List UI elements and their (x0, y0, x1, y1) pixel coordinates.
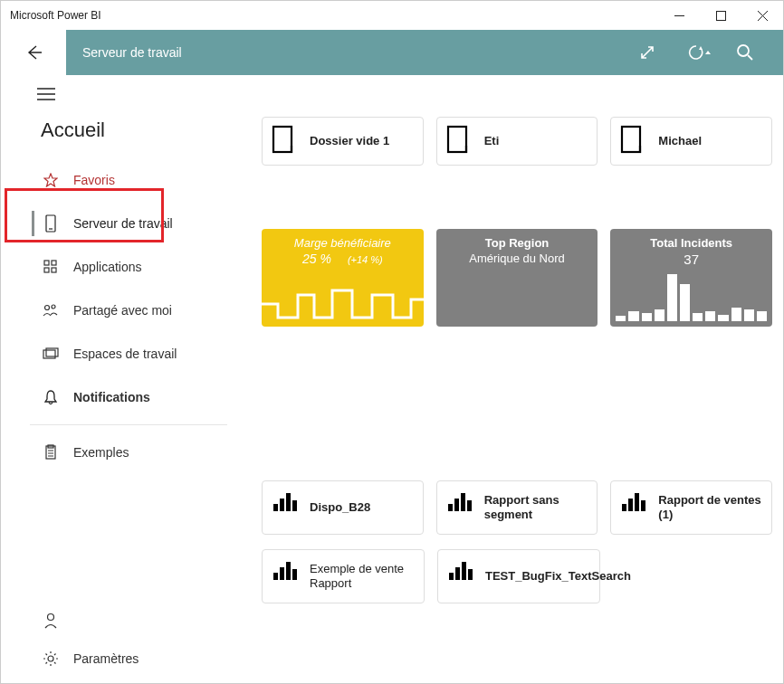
command-bar: Serveur de travail (1, 30, 783, 75)
sidebar-item-label: Applications (73, 260, 142, 274)
svg-rect-32 (292, 500, 297, 511)
kpi-tile-marge[interactable]: Marge bénéficiaire 25 %(+14 %) (262, 229, 424, 327)
kpi-value: Amérique du Nord (442, 252, 593, 265)
sparkline-icon (262, 272, 424, 327)
svg-point-15 (45, 306, 50, 310)
sidebar-item-label: Notifications (73, 390, 150, 404)
sidebar-item-label: Paramètres (73, 651, 139, 666)
folder-icon (446, 125, 475, 157)
svg-rect-13 (44, 268, 49, 272)
folder-tile[interactable]: Michael (610, 117, 772, 166)
kpi-tile-incidents[interactable]: Total Incidents 37 (610, 229, 772, 327)
svg-rect-33 (448, 504, 453, 511)
svg-rect-27 (448, 127, 466, 152)
tile-label: Exemple de vente Rapport (310, 562, 415, 592)
svg-point-16 (52, 305, 55, 309)
svg-rect-44 (292, 569, 297, 580)
sidebar-section-title: Accueil (1, 111, 256, 158)
breadcrumb-label: Serveur de travail (82, 45, 182, 60)
workspaces-icon (41, 347, 61, 360)
svg-rect-14 (52, 268, 56, 272)
report-tile[interactable]: Rapport de ventes (1) (610, 480, 772, 535)
window-title: Microsoft Power BI (10, 9, 101, 22)
divider (30, 424, 227, 425)
kpi-title: Total Incidents (616, 236, 767, 250)
svg-rect-45 (449, 573, 454, 580)
sidebar-item-settings[interactable]: Paramètres (1, 640, 256, 678)
sidebar: Accueil Favoris Serveur de travail Appli… (1, 75, 256, 684)
svg-rect-37 (622, 504, 626, 511)
window-titlebar: Microsoft Power BI (1, 1, 783, 30)
gear-icon (41, 651, 61, 667)
svg-point-4 (738, 45, 749, 56)
barchart-icon (620, 491, 649, 524)
sidebar-item-partage[interactable]: Partagé avec moi (1, 289, 256, 332)
tile-label: Rapport de ventes (1) (658, 493, 762, 523)
svg-rect-38 (628, 499, 633, 511)
sidebar-item-label: Exemples (73, 445, 129, 460)
report-tile[interactable]: Exemple de vente Rapport (262, 549, 425, 603)
report-tile[interactable]: Rapport sans segment (436, 480, 598, 535)
hamburger-button[interactable] (1, 75, 256, 111)
folder-tile[interactable]: Dossier vide 1 (262, 117, 424, 166)
window-close-button[interactable] (741, 1, 783, 30)
report-tile[interactable]: Dispo_B28 (262, 480, 424, 535)
sidebar-item-label: Favoris (73, 173, 115, 187)
svg-rect-47 (462, 562, 466, 580)
barchart-icon (447, 560, 476, 593)
svg-rect-12 (52, 261, 56, 265)
barchart-icon (272, 560, 301, 593)
sidebar-item-exemples[interactable]: Exemples (1, 431, 256, 474)
svg-rect-41 (273, 573, 278, 580)
tile-label: Rapport sans segment (484, 493, 588, 523)
sidebar-item-label: Partagé avec moi (73, 303, 172, 318)
refresh-button[interactable] (669, 30, 723, 75)
sidebar-item-applications[interactable]: Applications (1, 245, 256, 289)
sidebar-item-user[interactable] (1, 602, 256, 640)
svg-rect-30 (280, 499, 284, 511)
search-button[interactable] (723, 30, 767, 75)
svg-rect-28 (622, 127, 640, 152)
svg-rect-48 (468, 569, 473, 580)
kpi-title: Top Region (442, 236, 593, 250)
window-minimize-button[interactable] (658, 1, 700, 30)
kpi-value: 25 %(+14 %) (267, 252, 418, 266)
sidebar-item-espaces[interactable]: Espaces de travail (1, 332, 256, 375)
shared-icon (41, 303, 61, 318)
sidebar-item-serveur[interactable]: Serveur de travail (1, 202, 256, 245)
svg-point-25 (48, 656, 53, 661)
folder-icon (272, 125, 301, 157)
tile-label: Michael (658, 134, 702, 148)
sidebar-item-notifications[interactable]: Notifications (1, 375, 256, 419)
tile-label: TEST_BugFix_TextSearch (485, 569, 631, 584)
svg-point-24 (48, 614, 54, 621)
window-maximize-button[interactable] (700, 1, 741, 30)
svg-rect-17 (43, 350, 55, 358)
svg-rect-18 (46, 348, 58, 356)
sidebar-item-label: Serveur de travail (73, 216, 173, 231)
svg-rect-43 (286, 562, 291, 580)
svg-line-5 (748, 55, 752, 60)
svg-rect-1 (716, 11, 725, 20)
svg-rect-40 (641, 500, 645, 511)
user-icon (41, 613, 61, 629)
svg-rect-35 (461, 493, 465, 511)
svg-rect-36 (467, 500, 472, 511)
bar-chart-icon (616, 263, 767, 321)
folder-tile[interactable]: Eti (436, 117, 598, 166)
server-icon (41, 214, 61, 233)
sidebar-item-label: Espaces de travail (73, 347, 177, 361)
folder-icon (620, 125, 649, 157)
kpi-title: Marge bénéficiaire (267, 236, 418, 250)
back-button[interactable] (1, 30, 66, 75)
tile-label: Dossier vide 1 (310, 134, 389, 148)
svg-rect-26 (273, 127, 292, 152)
fullscreen-button[interactable] (626, 30, 669, 75)
kpi-tile-region[interactable]: Top Region Amérique du Nord (436, 229, 598, 327)
star-icon (41, 173, 61, 187)
report-tile[interactable]: TEST_BugFix_TextSearch (437, 549, 600, 603)
clipboard-icon (41, 444, 61, 461)
svg-rect-34 (454, 499, 459, 511)
svg-rect-31 (286, 493, 291, 511)
sidebar-item-favoris[interactable]: Favoris (1, 158, 256, 202)
